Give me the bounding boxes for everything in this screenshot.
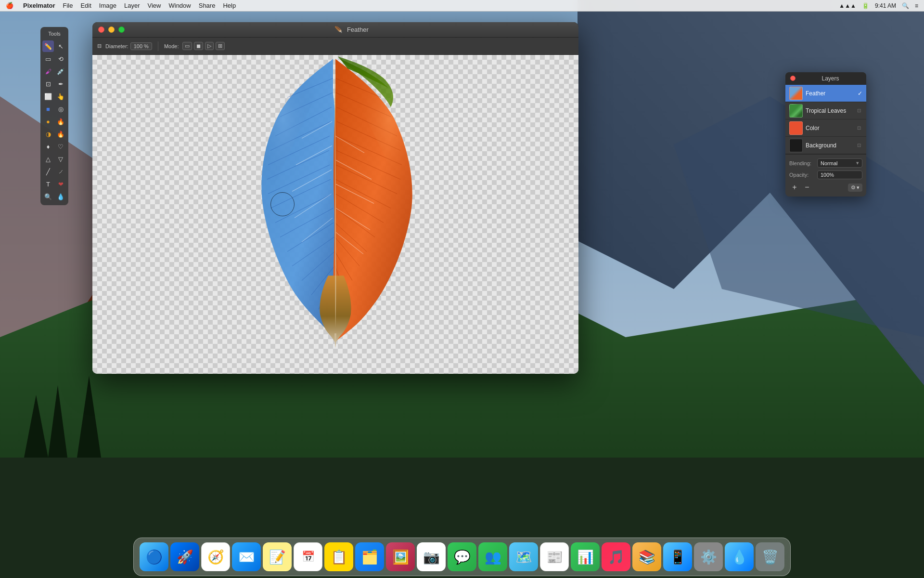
dock-calendar[interactable]: 📅: [294, 542, 322, 571]
vector-tool[interactable]: ❤: [55, 178, 66, 190]
toolbar-mode: Mode: ▭ ◼ ▷ ⊞: [164, 42, 225, 50]
menubar-window[interactable]: Window: [168, 2, 191, 9]
canvas-window: 🪶 Feather ⊟ Diameter: 100 % Mode: ▭ ◼ ▷ …: [92, 22, 578, 374]
zoom-out-icon: ⊟: [97, 43, 102, 49]
opacity-label: Opacity:: [789, 172, 814, 178]
layers-close-button[interactable]: [790, 76, 796, 81]
menubar-image[interactable]: Image: [99, 2, 116, 9]
dock-messages[interactable]: 💬: [448, 542, 476, 571]
gradient-tool[interactable]: ●: [42, 116, 54, 127]
straight-line-tool[interactable]: ⟋: [55, 166, 66, 177]
blur-tool[interactable]: ▽: [55, 153, 66, 165]
rect-select-tool[interactable]: ▭: [42, 53, 54, 65]
color-picker-tool[interactable]: 💧: [55, 191, 66, 202]
window-close-button[interactable]: [98, 26, 104, 33]
dodge-tool[interactable]: ◑: [42, 128, 54, 140]
eraser-tool[interactable]: ⬜: [42, 91, 54, 102]
dock-pixelmator[interactable]: 🖼️: [386, 542, 415, 571]
layer-tropical-visibility-icon[interactable]: ⊡: [856, 107, 862, 114]
mode-darken-btn[interactable]: ◼: [194, 42, 203, 50]
apple-menu[interactable]: 🍎: [6, 2, 13, 9]
selection-tool[interactable]: ↖: [55, 40, 66, 52]
blending-property: Blending: Normal ▾: [789, 158, 862, 168]
mode-color-btn[interactable]: ⊞: [216, 42, 225, 50]
toolbar-zoom-out[interactable]: ⊟: [97, 43, 102, 49]
menubar-layer[interactable]: Layer: [124, 2, 140, 9]
layer-feather[interactable]: Feather ✓: [785, 85, 866, 102]
tool-row-1: ✏️ ↖: [42, 40, 66, 52]
menubar-edit[interactable]: Edit: [80, 2, 91, 9]
dock-files[interactable]: 🗂️: [355, 542, 384, 571]
gear-icon: ⚙: [851, 184, 856, 191]
dock-stickies[interactable]: 📋: [324, 542, 353, 571]
toolbar-diameter: Diameter: 100 %: [105, 42, 152, 50]
dock-finder[interactable]: 🔵: [140, 542, 168, 571]
menubar-view[interactable]: View: [148, 2, 161, 9]
dock-photos[interactable]: 📷: [417, 542, 446, 571]
opacity-value: 100%: [821, 172, 834, 178]
paint-bucket-tool[interactable]: 🖌: [42, 66, 54, 77]
eyedropper-tool[interactable]: 💉: [55, 66, 66, 77]
remove-layer-button[interactable]: −: [802, 182, 812, 193]
toolbar-separator: [158, 41, 158, 51]
layer-color-visibility-icon[interactable]: ⊡: [856, 125, 862, 131]
sharpen-tool[interactable]: △: [42, 153, 54, 165]
menubar-share[interactable]: Share: [199, 2, 216, 9]
dock-notes[interactable]: 📝: [263, 542, 292, 571]
mode-lighten-btn[interactable]: ▷: [205, 42, 214, 50]
dock-safari[interactable]: 🧭: [201, 542, 230, 571]
layers-settings-button[interactable]: ⚙ ▾: [848, 184, 862, 192]
dock-ibooks[interactable]: 📚: [632, 542, 661, 571]
dock-trash[interactable]: 🗑️: [756, 542, 784, 571]
liquify-tool[interactable]: ♡: [55, 141, 66, 152]
menubar-help[interactable]: Help: [223, 2, 236, 9]
layer-background-visibility-icon[interactable]: ⊡: [856, 142, 862, 149]
dock-news[interactable]: 📰: [540, 542, 569, 571]
layers-panel-header: Layers: [785, 72, 866, 85]
diameter-value[interactable]: 100 %: [130, 42, 152, 50]
dock-facetime[interactable]: 👥: [478, 542, 507, 571]
tools-panel: Tools ✏️ ↖ ▭ ⟲ 🖌 💉 ⊡ ✒ ⬜ 👆 ■ ◎ ● 🔥 ◑ 🔥 ♦…: [40, 27, 68, 205]
dock-itunes[interactable]: 🎵: [602, 542, 630, 571]
crop-tool[interactable]: ⊡: [42, 78, 54, 90]
pen-tool[interactable]: ✒: [55, 78, 66, 90]
menubar-file[interactable]: File: [63, 2, 73, 9]
battery-icon: 🔋: [862, 2, 869, 9]
list-icon[interactable]: ≡: [915, 2, 918, 9]
brush-tool[interactable]: ✏️: [42, 40, 54, 52]
rotate-tool[interactable]: ⟲: [55, 53, 66, 65]
opacity-property: Opacity: 100%: [789, 171, 862, 179]
dock-numbers[interactable]: 📊: [571, 542, 600, 571]
line-tool[interactable]: ╱: [42, 166, 54, 177]
burn-tool[interactable]: 🔥: [55, 128, 66, 140]
mode-normal-btn[interactable]: ▭: [182, 42, 192, 50]
text-tool[interactable]: T: [42, 178, 54, 190]
dock-mail[interactable]: ✉️: [232, 542, 261, 571]
window-minimize-button[interactable]: [108, 26, 115, 33]
add-layer-button[interactable]: +: [789, 182, 800, 193]
dock-icloud[interactable]: 💧: [725, 542, 754, 571]
heal-tool[interactable]: 🔥: [55, 116, 66, 127]
layer-feather-name: Feather: [806, 90, 855, 97]
tool-row-12: T ❤: [42, 178, 66, 190]
dock-systemprefs[interactable]: ⚙️: [694, 542, 723, 571]
menubar-app-name[interactable]: Pixelmator: [23, 2, 55, 9]
search-icon[interactable]: 🔍: [902, 2, 909, 9]
canvas-area[interactable]: [92, 55, 578, 374]
layer-color[interactable]: Color ⊡: [785, 119, 866, 137]
zoom-tool[interactable]: 🔍: [42, 191, 54, 202]
dock-launchpad[interactable]: 🚀: [170, 542, 199, 571]
shape-tool[interactable]: ♦: [42, 141, 54, 152]
blending-dropdown[interactable]: Normal ▾: [817, 158, 862, 168]
layer-tropical-leaves[interactable]: Tropical Leaves ⊡: [785, 102, 866, 119]
dock-maps[interactable]: 🗺️: [509, 542, 538, 571]
window-maximize-button[interactable]: [118, 26, 125, 33]
color-tool[interactable]: ■: [42, 103, 54, 115]
dock-appstore[interactable]: 📱: [663, 542, 692, 571]
smudge-tool[interactable]: 👆: [55, 91, 66, 102]
layer-background[interactable]: Background ⊡: [785, 137, 866, 154]
clone-tool[interactable]: ◎: [55, 103, 66, 115]
blending-label: Blending:: [789, 160, 814, 166]
window-titlebar: 🪶 Feather: [92, 22, 578, 38]
opacity-control[interactable]: 100%: [817, 171, 862, 179]
